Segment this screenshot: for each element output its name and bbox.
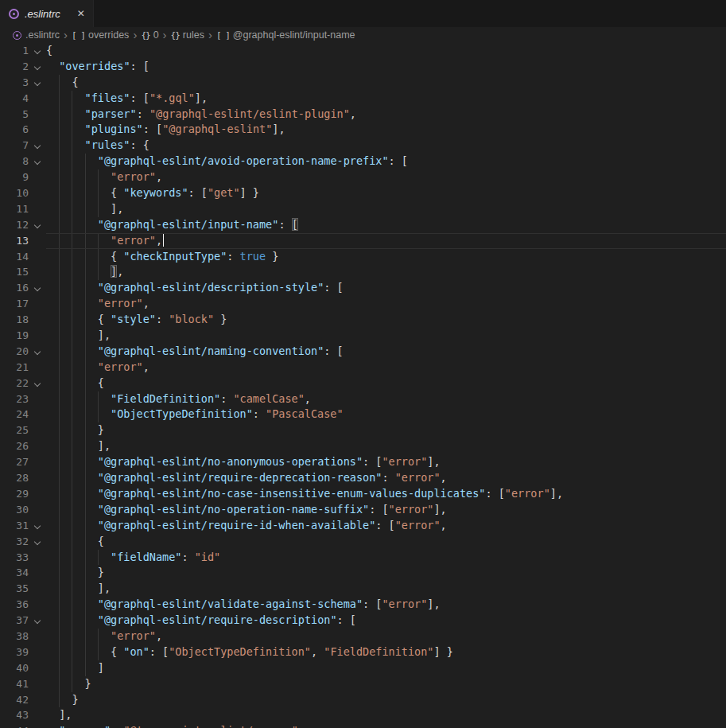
line-number[interactable]: 11 xyxy=(0,201,30,217)
code-line[interactable]: 33"fieldName": "id" xyxy=(0,550,726,566)
close-icon[interactable]: ✕ xyxy=(77,9,85,18)
fold-chevron-icon[interactable] xyxy=(30,138,46,154)
code-line[interactable]: 3{ xyxy=(0,75,726,91)
line-number[interactable]: 8 xyxy=(0,154,30,169)
code-line[interactable]: 27"@graphql-eslint/no-anonymous-operatio… xyxy=(0,454,726,470)
breadcrumb-item[interactable]: [ ]overrides xyxy=(72,29,129,41)
code-line[interactable]: 7"rules": { xyxy=(0,138,726,154)
code-line[interactable]: 32{ xyxy=(0,534,726,550)
code-line[interactable]: 17"error", xyxy=(0,296,726,312)
code-line[interactable]: 18{ "style": "block" } xyxy=(0,312,726,328)
code-line[interactable]: 24"ObjectTypeDefinition": "PascalCase" xyxy=(0,407,726,422)
line-number[interactable]: 3 xyxy=(0,75,30,91)
line-number[interactable]: 16 xyxy=(0,280,30,296)
line-number[interactable]: 24 xyxy=(0,407,30,422)
fold-chevron-icon[interactable] xyxy=(30,280,46,296)
code-line[interactable]: 10{ "keywords": ["get"] } xyxy=(0,185,726,201)
line-number[interactable]: 41 xyxy=(0,676,30,692)
code-line[interactable]: 6"plugins": ["@graphql-eslint"], xyxy=(0,122,726,138)
line-number[interactable]: 13 xyxy=(0,233,30,249)
code-line[interactable]: 12"@graphql-eslint/input-name": [ xyxy=(0,217,726,233)
line-number[interactable]: 6 xyxy=(0,122,30,138)
breadcrumb-item[interactable]: {}0 xyxy=(141,29,158,41)
code-line[interactable]: 11], xyxy=(0,201,726,217)
code-line[interactable]: 30"@graphql-eslint/no-operation-name-suf… xyxy=(0,502,726,518)
fold-chevron-icon[interactable] xyxy=(30,43,46,59)
line-number[interactable]: 30 xyxy=(0,502,30,518)
line-number[interactable]: 35 xyxy=(0,581,30,597)
line-number[interactable]: 14 xyxy=(0,249,30,265)
breadcrumb-item[interactable]: [ ]@graphql-eslint/input-name xyxy=(216,29,355,41)
line-number[interactable]: 44 xyxy=(0,723,30,728)
breadcrumb-item[interactable]: {}rules xyxy=(171,29,204,41)
line-number[interactable]: 32 xyxy=(0,534,30,550)
line-number[interactable]: 37 xyxy=(0,613,30,629)
code-line[interactable]: 22{ xyxy=(0,376,726,391)
code-line[interactable]: 1{ xyxy=(0,43,726,59)
line-number[interactable]: 36 xyxy=(0,597,30,613)
line-number[interactable]: 39 xyxy=(0,644,30,660)
code-line[interactable]: 20"@graphql-eslint/naming-convention": [ xyxy=(0,344,726,360)
line-number[interactable]: 28 xyxy=(0,470,30,486)
code-line[interactable]: 21"error", xyxy=(0,360,726,376)
code-line[interactable]: 26], xyxy=(0,438,726,454)
code-line[interactable]: 41} xyxy=(0,676,726,692)
line-number[interactable]: 38 xyxy=(0,629,30,644)
line-number[interactable]: 15 xyxy=(0,264,30,280)
line-number[interactable]: 1 xyxy=(0,43,30,59)
code-line[interactable]: 42} xyxy=(0,692,726,708)
tab-eslintrc[interactable]: .eslintrc ✕ xyxy=(0,0,94,27)
line-number[interactable]: 29 xyxy=(0,486,30,502)
line-number[interactable]: 10 xyxy=(0,185,30,201)
code-line[interactable]: 28"@graphql-eslint/require-deprecation-r… xyxy=(0,470,726,486)
line-number[interactable]: 27 xyxy=(0,454,30,470)
fold-chevron-icon[interactable] xyxy=(30,154,46,169)
line-number[interactable]: 5 xyxy=(0,107,30,123)
fold-chevron-icon[interactable] xyxy=(30,59,46,75)
line-number[interactable]: 33 xyxy=(0,550,30,566)
line-number[interactable]: 23 xyxy=(0,391,30,407)
code-line[interactable]: 16"@graphql-eslint/description-style": [ xyxy=(0,280,726,296)
code-line[interactable]: 4"files": ["*.gql"], xyxy=(0,91,726,107)
fold-chevron-icon[interactable] xyxy=(30,344,46,360)
fold-chevron-icon[interactable] xyxy=(30,518,46,534)
fold-chevron-icon[interactable] xyxy=(30,534,46,550)
code-line[interactable]: 14{ "checkInputType": true } xyxy=(0,249,726,265)
code-line[interactable]: 43], xyxy=(0,707,726,723)
code-line[interactable]: 35], xyxy=(0,581,726,597)
line-number[interactable]: 12 xyxy=(0,217,30,233)
line-number[interactable]: 7 xyxy=(0,138,30,154)
code-line[interactable]: 2"overrides": [ xyxy=(0,59,726,75)
line-number[interactable]: 18 xyxy=(0,312,30,328)
line-number[interactable]: 25 xyxy=(0,422,30,438)
line-number[interactable]: 17 xyxy=(0,296,30,312)
line-number[interactable]: 31 xyxy=(0,518,30,534)
code-line[interactable]: 36"@graphql-eslint/validate-against-sche… xyxy=(0,597,726,613)
line-number[interactable]: 40 xyxy=(0,660,30,676)
code-line[interactable]: 31"@graphql-eslint/require-id-when-avail… xyxy=(0,518,726,534)
code-line[interactable]: 39{ "on": ["ObjectTypeDefinition", "Fiel… xyxy=(0,644,726,660)
line-number[interactable]: 20 xyxy=(0,344,30,360)
code-line[interactable]: 25} xyxy=(0,422,726,438)
line-number[interactable]: 2 xyxy=(0,59,30,75)
code-line[interactable]: 29"@graphql-eslint/no-case-insensitive-e… xyxy=(0,486,726,502)
code-line[interactable]: 23"FieldDefinition": "camelCase", xyxy=(0,391,726,407)
code-line[interactable]: 8"@graphql-eslint/avoid-operation-name-p… xyxy=(0,154,726,169)
fold-chevron-icon[interactable] xyxy=(30,376,46,391)
fold-chevron-icon[interactable] xyxy=(30,75,46,91)
line-number[interactable]: 34 xyxy=(0,565,30,581)
fold-chevron-icon[interactable] xyxy=(30,217,46,233)
code-line[interactable]: 40] xyxy=(0,660,726,676)
line-number[interactable]: 9 xyxy=(0,169,30,185)
line-number[interactable]: 4 xyxy=(0,91,30,107)
code-line[interactable]: 13"error", xyxy=(0,233,726,249)
code-line[interactable]: 15], xyxy=(0,264,726,280)
code-line[interactable]: 44"parser": "@typescript-eslint/parser" xyxy=(0,723,726,728)
breadcrumb-item-file[interactable]: .eslintrc xyxy=(25,29,60,41)
line-number[interactable]: 26 xyxy=(0,438,30,454)
code-line[interactable]: 37"@graphql-eslint/require-description":… xyxy=(0,613,726,629)
fold-chevron-icon[interactable] xyxy=(30,613,46,629)
code-line[interactable]: 38"error", xyxy=(0,629,726,644)
line-number[interactable]: 19 xyxy=(0,328,30,344)
line-number[interactable]: 43 xyxy=(0,707,30,723)
